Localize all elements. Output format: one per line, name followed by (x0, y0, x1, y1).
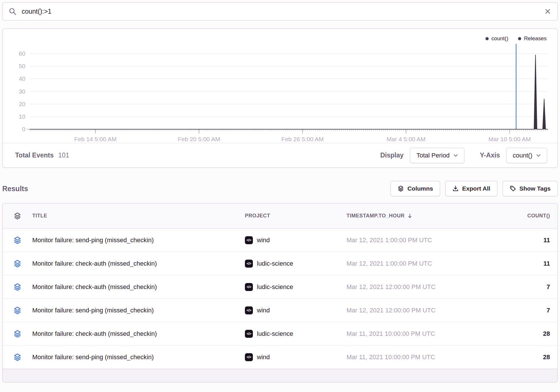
events-chart-panel: count() Releases 0102030405060Feb 14 5:0… (2, 29, 558, 168)
project-cell[interactable]: </>wind (245, 306, 347, 314)
svg-text:0: 0 (22, 126, 25, 132)
event-title[interactable]: Monitor failure: check-auth (missed_chec… (32, 330, 245, 338)
column-header-project[interactable]: Project (245, 213, 347, 219)
clear-search-button[interactable] (544, 8, 551, 15)
project-platform-icon: </> (245, 353, 253, 361)
svg-text:50: 50 (19, 63, 25, 69)
columns-button-label: Columns (407, 185, 433, 192)
results-title: Results (2, 185, 28, 193)
stack-icon (3, 330, 32, 338)
count-cell: 7 (481, 307, 557, 314)
chevron-down-icon (536, 154, 541, 157)
table-footer (3, 369, 557, 382)
legend-item-count[interactable]: count() (486, 35, 508, 43)
legend-label: count() (491, 35, 508, 42)
chart-footer: Total Events 101 Display Total Period Y-… (3, 143, 557, 167)
show-tags-button-label: Show Tags (519, 185, 551, 192)
table-row: Monitor failure: check-auth (missed_chec… (3, 322, 557, 345)
yaxis-dropdown-value: count() (513, 152, 532, 159)
table-row: Monitor failure: send-ping (missed_check… (3, 299, 557, 322)
results-header: Results Columns Export All Show Tags (2, 181, 558, 196)
column-header-timestamp[interactable]: Timestamp.to_hour (347, 213, 481, 219)
table-row: Monitor failure: check-auth (missed_chec… (3, 275, 557, 299)
count-cell: 28 (481, 330, 557, 338)
project-platform-icon: </> (245, 330, 253, 338)
timestamp-cell: Mar 12, 2021 1:00:00 PM UTC (347, 237, 481, 244)
total-events: Total Events 101 (15, 151, 69, 159)
display-dropdown-value: Total Period (416, 152, 450, 159)
releases-series-dot-icon (518, 37, 521, 40)
search-input[interactable] (22, 8, 539, 15)
results-table: Title Project Timestamp.to_hour Count() … (2, 203, 558, 382)
display-dropdown[interactable]: Total Period (410, 148, 464, 163)
column-header-stack[interactable] (3, 212, 32, 220)
discover-page: count() Releases 0102030405060Feb 14 5:0… (0, 0, 560, 385)
timestamp-cell: Mar 12, 2021 12:00:00 PM UTC (347, 283, 481, 291)
event-title[interactable]: Monitor failure: send-ping (missed_check… (32, 237, 245, 244)
events-area-chart[interactable]: 0102030405060Feb 14 5:00 AMFeb 20 5:00 A… (3, 43, 557, 143)
table-header-row: Title Project Timestamp.to_hour Count() (3, 203, 557, 229)
table-row: Monitor failure: check-auth (missed_chec… (3, 252, 557, 275)
project-cell[interactable]: </>wind (245, 353, 347, 361)
table-row: Monitor failure: send-ping (missed_check… (3, 229, 557, 252)
svg-text:Feb 20 5:00 AM: Feb 20 5:00 AM (178, 136, 220, 142)
event-title[interactable]: Monitor failure: send-ping (missed_check… (32, 353, 245, 361)
column-header-count[interactable]: Count() (481, 213, 557, 219)
event-title[interactable]: Monitor failure: send-ping (missed_check… (32, 307, 245, 314)
count-cell: 11 (481, 260, 557, 267)
yaxis-label: Y-Axis (480, 151, 500, 159)
stack-icon (3, 353, 32, 361)
project-cell[interactable]: </>wind (245, 236, 347, 244)
timestamp-cell: Mar 11, 2021 10:00:00 PM UTC (347, 330, 481, 338)
close-icon (544, 8, 551, 15)
timestamp-cell: Mar 12, 2021 12:00:00 PM UTC (347, 307, 481, 314)
stack-icon (3, 306, 32, 314)
timestamp-cell: Mar 12, 2021 1:00:00 PM UTC (347, 260, 481, 267)
svg-text:40: 40 (19, 75, 25, 82)
svg-text:Feb 14 5:00 AM: Feb 14 5:00 AM (74, 136, 116, 142)
svg-text:Mar 4 5:00 AM: Mar 4 5:00 AM (386, 136, 426, 142)
sort-desc-icon (407, 213, 413, 219)
show-tags-button[interactable]: Show Tags (503, 181, 558, 196)
table-row: Monitor failure: send-ping (missed_check… (3, 345, 557, 369)
project-platform-icon: </> (245, 306, 253, 314)
tag-icon (510, 185, 516, 192)
project-cell[interactable]: </>ludic-science (245, 283, 347, 291)
stack-icon (3, 283, 32, 291)
project-platform-icon: </> (245, 236, 253, 244)
svg-text:10: 10 (19, 113, 25, 120)
legend-item-releases[interactable]: Releases (518, 35, 547, 43)
count-series-dot-icon (486, 37, 489, 40)
legend-label: Releases (524, 35, 547, 42)
stack-icon (3, 236, 32, 244)
total-events-label: Total Events (15, 151, 54, 159)
download-icon (452, 185, 459, 192)
search-icon (9, 8, 17, 15)
total-events-value: 101 (58, 151, 69, 159)
project-cell[interactable]: </>ludic-science (245, 330, 347, 338)
svg-text:Feb 26 5:00 AM: Feb 26 5:00 AM (281, 136, 324, 142)
search-bar (2, 2, 558, 21)
chevron-down-icon (454, 154, 458, 157)
display-label: Display (380, 151, 404, 159)
count-cell: 28 (481, 353, 557, 361)
timestamp-cell: Mar 11, 2021 10:00:00 PM UTC (347, 353, 481, 361)
event-title[interactable]: Monitor failure: check-auth (missed_chec… (32, 283, 245, 291)
export-all-button-label: Export All (462, 185, 490, 192)
svg-text:60: 60 (19, 50, 25, 57)
chart-legend: count() Releases (3, 29, 557, 43)
stack-icon (14, 212, 21, 220)
count-cell: 11 (481, 237, 557, 244)
event-title[interactable]: Monitor failure: check-auth (missed_chec… (32, 260, 245, 267)
svg-text:20: 20 (19, 101, 25, 107)
svg-text:Mar 10 5:00 AM: Mar 10 5:00 AM (488, 136, 531, 142)
project-platform-icon: </> (245, 260, 253, 268)
export-all-button[interactable]: Export All (445, 181, 497, 196)
columns-button[interactable]: Columns (390, 181, 440, 196)
layers-icon (398, 185, 404, 192)
stack-icon (3, 260, 32, 268)
yaxis-dropdown[interactable]: count() (506, 148, 547, 163)
svg-text:30: 30 (19, 88, 25, 95)
project-cell[interactable]: </>ludic-science (245, 260, 347, 268)
column-header-title[interactable]: Title (32, 213, 245, 219)
